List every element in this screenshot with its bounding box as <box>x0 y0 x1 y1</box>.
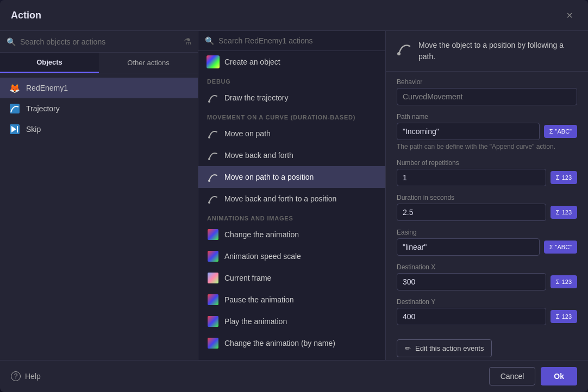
footer-actions: Cancel Ok <box>489 367 577 385</box>
svg-point-8 <box>208 201 210 204</box>
move-on-path-position-icon <box>207 171 219 183</box>
filter-icon[interactable]: ⚗ <box>184 36 191 47</box>
duration-expr-button[interactable]: Σ 123 <box>551 206 577 219</box>
param-duration: Duration in seconds Σ 123 <box>397 194 577 221</box>
duration-input[interactable] <box>397 204 546 221</box>
repetitions-expr-button[interactable]: Σ 123 <box>551 171 577 184</box>
modal-header: Action × <box>0 0 588 31</box>
repetitions-input[interactable] <box>397 169 546 186</box>
action-move-back-forth-position[interactable]: Move back and forth to a position <box>198 188 385 210</box>
easing-input[interactable] <box>397 238 540 256</box>
easing-expr-button[interactable]: Σ "ABC" <box>544 241 577 254</box>
modal-title: Action <box>11 10 41 21</box>
params-area: Behavior CurvedMovement Path name Σ "ABC… <box>386 72 588 339</box>
svg-point-9 <box>397 52 401 55</box>
animation-speed-icon <box>207 250 219 262</box>
cancel-button[interactable]: Cancel <box>489 367 536 385</box>
number-label-2: 123 <box>562 209 572 216</box>
left-search-bar: 🔍 ⚗ <box>0 31 198 53</box>
skip-icon <box>9 123 21 135</box>
action-current-frame[interactable]: Current frame <box>198 267 385 289</box>
section-movement: MOVEMENT ON A CURVE (DURATION-BASED) <box>198 109 385 123</box>
action-modal: Action × 🔍 ⚗ Objects Other actions 🦊 Red… <box>0 0 588 392</box>
object-item-trajectory[interactable]: Trajectory <box>0 98 198 119</box>
svg-point-7 <box>208 180 210 182</box>
dest-x-input[interactable] <box>397 273 546 290</box>
move-back-forth-icon <box>207 149 219 161</box>
play-animation-icon <box>207 315 219 327</box>
current-frame-label: Current frame <box>224 274 271 282</box>
number-label: 123 <box>562 174 572 181</box>
middle-panel: 🔍 Create an object DEBUG Draw the trajec… <box>198 31 386 360</box>
svg-point-5 <box>208 136 210 138</box>
object-item-skip[interactable]: Skip <box>0 119 198 140</box>
edit-events-button[interactable]: ✏ Edit this action events <box>397 339 492 357</box>
behavior-value: CurvedMovement <box>397 88 577 105</box>
dest-x-input-row: Σ 123 <box>397 273 577 290</box>
action-move-on-path-position[interactable]: Move on path to a position <box>198 166 385 188</box>
dest-y-input[interactable] <box>397 308 546 325</box>
middle-search-input[interactable] <box>218 36 379 45</box>
action-create-object[interactable]: Create an object <box>198 51 385 73</box>
change-animation-label: Change the animation <box>224 230 299 239</box>
action-pause-animation[interactable]: Pause the animation <box>198 289 385 311</box>
path-name-label: Path name <box>397 113 577 121</box>
tab-objects[interactable]: Objects <box>0 53 99 73</box>
edit-events-label: Edit this action events <box>415 344 484 352</box>
param-dest-y: Destination Y Σ 123 <box>397 298 577 325</box>
path-name-input-row: Σ "ABC" <box>397 123 577 140</box>
change-animation-name-icon <box>207 337 219 349</box>
dest-x-expr-button[interactable]: Σ 123 <box>551 275 577 288</box>
action-play-animation[interactable]: Play the animation <box>198 311 385 332</box>
abc-label: "ABC" <box>555 128 572 135</box>
action-animation-speed[interactable]: Animation speed scale <box>198 245 385 267</box>
section-debug: DEBUG <box>198 73 385 87</box>
description-text: Move the object to a position by followi… <box>418 40 577 62</box>
change-animation-icon <box>207 229 219 241</box>
svg-point-6 <box>208 158 210 160</box>
action-change-animation[interactable]: Change the animation <box>198 224 385 245</box>
search-icon: 🔍 <box>7 37 16 46</box>
sigma-icon: Σ <box>549 128 553 135</box>
search-input[interactable] <box>20 37 179 46</box>
svg-point-4 <box>208 100 210 103</box>
close-button[interactable]: × <box>562 8 577 23</box>
duration-input-row: Σ 123 <box>397 204 577 221</box>
path-name-input[interactable] <box>397 123 540 140</box>
dest-y-expr-button[interactable]: Σ 123 <box>551 310 577 323</box>
skip-label: Skip <box>26 125 41 134</box>
create-object-icon <box>207 56 219 68</box>
pause-animation-icon <box>207 294 219 306</box>
behavior-label: Behavior <box>397 78 577 86</box>
repetitions-input-row: Σ 123 <box>397 169 577 186</box>
animation-speed-label: Animation speed scale <box>224 252 301 261</box>
action-description: Move the object to a position by followi… <box>386 31 588 72</box>
object-item-redenemy1[interactable]: 🦊 RedEnemy1 <box>0 78 198 98</box>
trajectory-label: Trajectory <box>26 104 60 113</box>
path-name-hint: The path can be define with the "Append … <box>397 142 577 151</box>
tab-other-actions[interactable]: Other actions <box>99 53 198 73</box>
move-on-path-label: Move on path <box>224 129 271 138</box>
pencil-icon: ✏ <box>405 344 411 352</box>
help-button[interactable]: ? Help <box>11 371 41 381</box>
pause-animation-label: Pause the animation <box>224 295 294 304</box>
param-dest-x: Destination X Σ 123 <box>397 263 577 290</box>
ok-button[interactable]: Ok <box>541 367 577 385</box>
redenemy1-label: RedEnemy1 <box>26 84 68 92</box>
action-move-on-path[interactable]: Move on path <box>198 123 385 144</box>
duration-label: Duration in seconds <box>397 194 577 201</box>
action-change-animation-name[interactable]: Change the animation (by name) <box>198 332 385 354</box>
dest-y-label: Destination Y <box>397 298 577 306</box>
param-easing: Easing Σ "ABC" <box>397 229 577 256</box>
abc-label-2: "ABC" <box>555 244 572 250</box>
trajectory-icon <box>9 103 21 115</box>
path-name-expr-button[interactable]: Σ "ABC" <box>544 125 577 138</box>
help-icon: ? <box>11 371 21 381</box>
change-animation-name-label: Change the animation (by name) <box>224 339 335 347</box>
easing-input-row: Σ "ABC" <box>397 238 577 256</box>
action-draw-trajectory[interactable]: Draw the trajectory <box>198 87 385 109</box>
action-move-back-forth[interactable]: Move back and forth <box>198 144 385 166</box>
path-curve-icon <box>397 41 412 59</box>
param-path-name: Path name Σ "ABC" The path can be define… <box>397 113 577 151</box>
move-back-forth-label: Move back and forth <box>224 151 293 160</box>
